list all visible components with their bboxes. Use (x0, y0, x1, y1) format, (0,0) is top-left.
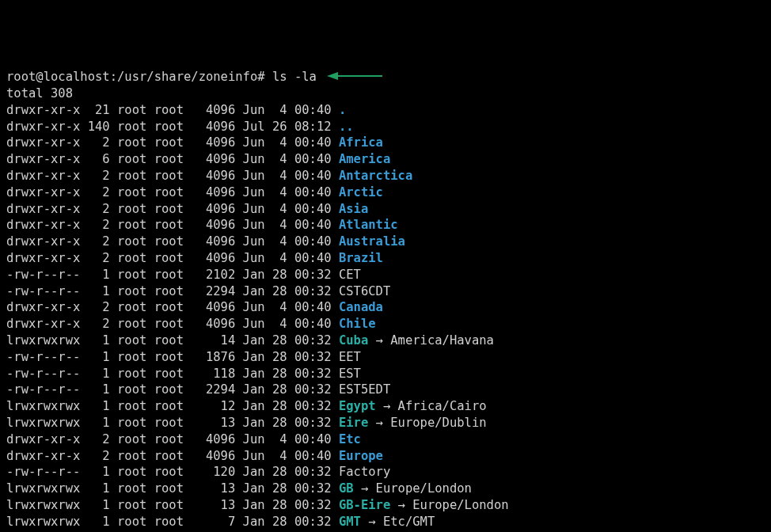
symlink-target: Europe/Dublin (390, 416, 486, 430)
file-meta: -rw-r--r-- 1 root root 118 Jan 28 00:32 (6, 367, 339, 381)
file-name: GB-Eire (339, 498, 390, 512)
list-item: drwxr-xr-x 2 root root 4096 Jun 4 00:40 … (6, 184, 765, 201)
symlink-arrow-icon: → (361, 515, 383, 529)
file-name: Asia (339, 202, 368, 216)
list-item: drwxr-xr-x 2 root root 4096 Jun 4 00:40 … (6, 250, 765, 267)
file-meta: -rw-r--r-- 1 root root 120 Jan 28 00:32 (6, 465, 339, 479)
file-meta: lrwxrwxrwx 1 root root 13 Jan 28 00:32 (6, 481, 339, 496)
symlink-arrow-icon: → (390, 498, 412, 512)
list-item: -rw-r--r-- 1 root root 118 Jan 28 00:32 … (6, 366, 765, 382)
file-meta: drwxr-xr-x 6 root root 4096 Jun 4 00:40 (6, 152, 339, 166)
file-meta: drwxr-xr-x 2 root root 4096 Jun 4 00:40 (6, 202, 339, 216)
terminal-output[interactable]: root@localhost:/usr/share/zoneinfo# ls -… (6, 69, 765, 532)
file-meta: drwxr-xr-x 2 root root 4096 Jun 4 00:40 (6, 317, 339, 331)
file-meta: lrwxrwxrwx 1 root root 12 Jan 28 00:32 (6, 399, 339, 413)
list-item: drwxr-xr-x 2 root root 4096 Jun 4 00:40 … (6, 201, 765, 218)
file-name: CET (339, 268, 361, 282)
file-meta: drwxr-xr-x 2 root root 4096 Jun 4 00:40 (6, 169, 339, 183)
file-name: Africa (339, 135, 383, 150)
file-meta: -rw-r--r-- 1 root root 2294 Jan 28 00:32 (6, 382, 339, 397)
file-name: EST5EDT (339, 382, 390, 397)
list-item: lrwxrwxrwx 1 root root 12 Jan 28 00:32 E… (6, 398, 765, 415)
file-name: Cuba (339, 333, 368, 348)
file-name: Australia (339, 234, 405, 249)
symlink-target: Etc/GMT (383, 515, 435, 529)
arrow-annotation-icon (327, 69, 382, 86)
symlink-target: Europe/London (376, 481, 472, 496)
list-item: drwxr-xr-x 2 root root 4096 Jun 4 00:40 … (6, 234, 765, 250)
file-meta: drwxr-xr-x 2 root root 4096 Jun 4 00:40 (6, 300, 339, 314)
file-name: CST6CDT (339, 284, 390, 298)
file-listing: drwxr-xr-x 21 root root 4096 Jun 4 00:40… (6, 102, 765, 532)
file-meta: lrwxrwxrwx 1 root root 13 Jan 28 00:32 (6, 416, 339, 430)
total-line: total 308 (6, 86, 765, 102)
list-item: -rw-r--r-- 1 root root 120 Jan 28 00:32 … (6, 464, 765, 481)
file-meta: drwxr-xr-x 2 root root 4096 Jun 4 00:40 (6, 251, 339, 265)
symlink-target: Europe/London (412, 498, 508, 512)
symlink-arrow-icon: → (376, 399, 398, 413)
prompt-line: root@localhost:/usr/share/zoneinfo# ls -… (6, 69, 765, 86)
symlink-arrow-icon: → (354, 481, 376, 496)
list-item: drwxr-xr-x 2 root root 4096 Jun 4 00:40 … (6, 135, 765, 151)
list-item: drwxr-xr-x 2 root root 4096 Jun 4 00:40 … (6, 217, 765, 234)
file-meta: lrwxrwxrwx 1 root root 13 Jan 28 00:32 (6, 498, 339, 512)
file-meta: drwxr-xr-x 2 root root 4096 Jun 4 00:40 (6, 135, 339, 150)
list-item: drwxr-xr-x 140 root root 4096 Jul 26 08:… (6, 119, 765, 135)
list-item: drwxr-xr-x 2 root root 4096 Jun 4 00:40 … (6, 316, 765, 332)
file-name: Europe (339, 449, 383, 463)
list-item: -rw-r--r-- 1 root root 2294 Jan 28 00:32… (6, 283, 765, 300)
file-name: EST (339, 367, 361, 381)
list-item: drwxr-xr-x 2 root root 4096 Jun 4 00:40 … (6, 168, 765, 184)
file-name: Eire (339, 416, 368, 430)
svg-marker-1 (327, 72, 338, 80)
list-item: lrwxrwxrwx 1 root root 7 Jan 28 00:32 GM… (6, 514, 765, 530)
list-item: lrwxrwxrwx 1 root root 14 Jan 28 00:32 C… (6, 332, 765, 349)
symlink-target: Africa/Cairo (398, 399, 487, 413)
shell-prompt: root@localhost:/usr/share/zoneinfo# (6, 70, 272, 84)
file-name: Chile (339, 317, 376, 331)
file-name: .. (339, 120, 354, 134)
list-item: -rw-r--r-- 1 root root 1876 Jan 28 00:32… (6, 349, 765, 366)
list-item: -rw-r--r-- 1 root root 2102 Jan 28 00:32… (6, 267, 765, 283)
list-item: lrwxrwxrwx 1 root root 13 Jan 28 00:32 E… (6, 415, 765, 431)
file-meta: drwxr-xr-x 2 root root 4096 Jun 4 00:40 (6, 218, 339, 232)
command-text: ls -la (272, 70, 317, 84)
file-meta: lrwxrwxrwx 1 root root 14 Jan 28 00:32 (6, 333, 339, 348)
file-meta: drwxr-xr-x 21 root root 4096 Jun 4 00:40 (6, 103, 339, 117)
list-item: lrwxrwxrwx 1 root root 13 Jan 28 00:32 G… (6, 497, 765, 514)
file-meta: drwxr-xr-x 2 root root 4096 Jun 4 00:40 (6, 185, 339, 200)
file-name: Canada (339, 300, 383, 314)
list-item: drwxr-xr-x 2 root root 4096 Jun 4 00:40 … (6, 299, 765, 316)
list-item: -rw-r--r-- 1 root root 2294 Jan 28 00:32… (6, 382, 765, 398)
list-item: drwxr-xr-x 21 root root 4096 Jun 4 00:40… (6, 102, 765, 119)
symlink-target: America/Havana (390, 333, 494, 348)
file-meta: drwxr-xr-x 2 root root 4096 Jun 4 00:40 (6, 234, 339, 249)
file-name: . (339, 103, 346, 117)
file-name: Factory (339, 465, 390, 479)
file-name: Atlantic (339, 218, 398, 232)
file-name: America (339, 152, 390, 166)
file-name: Etc (339, 432, 361, 446)
symlink-arrow-icon: → (368, 333, 390, 348)
file-name: Egypt (339, 399, 376, 413)
file-meta: drwxr-xr-x 140 root root 4096 Jul 26 08:… (6, 120, 339, 134)
file-meta: drwxr-xr-x 2 root root 4096 Jun 4 00:40 (6, 432, 339, 446)
file-meta: lrwxrwxrwx 1 root root 7 Jan 28 00:32 (6, 515, 339, 529)
file-meta: drwxr-xr-x 2 root root 4096 Jun 4 00:40 (6, 449, 339, 463)
file-name: GMT (339, 515, 361, 529)
file-name: Brazil (339, 251, 383, 265)
file-name: EET (339, 350, 361, 364)
list-item: drwxr-xr-x 2 root root 4096 Jun 4 00:40 … (6, 431, 765, 448)
file-meta: -rw-r--r-- 1 root root 1876 Jan 28 00:32 (6, 350, 339, 364)
file-meta: -rw-r--r-- 1 root root 2294 Jan 28 00:32 (6, 284, 339, 298)
file-name: Antarctica (339, 169, 412, 183)
list-item: drwxr-xr-x 6 root root 4096 Jun 4 00:40 … (6, 151, 765, 168)
file-name: Arctic (339, 185, 383, 200)
list-item: drwxr-xr-x 2 root root 4096 Jun 4 00:40 … (6, 448, 765, 465)
list-item: lrwxrwxrwx 1 root root 13 Jan 28 00:32 G… (6, 481, 765, 497)
symlink-arrow-icon: → (368, 416, 390, 430)
file-name: GB (339, 481, 354, 496)
file-meta: -rw-r--r-- 1 root root 2102 Jan 28 00:32 (6, 268, 339, 282)
